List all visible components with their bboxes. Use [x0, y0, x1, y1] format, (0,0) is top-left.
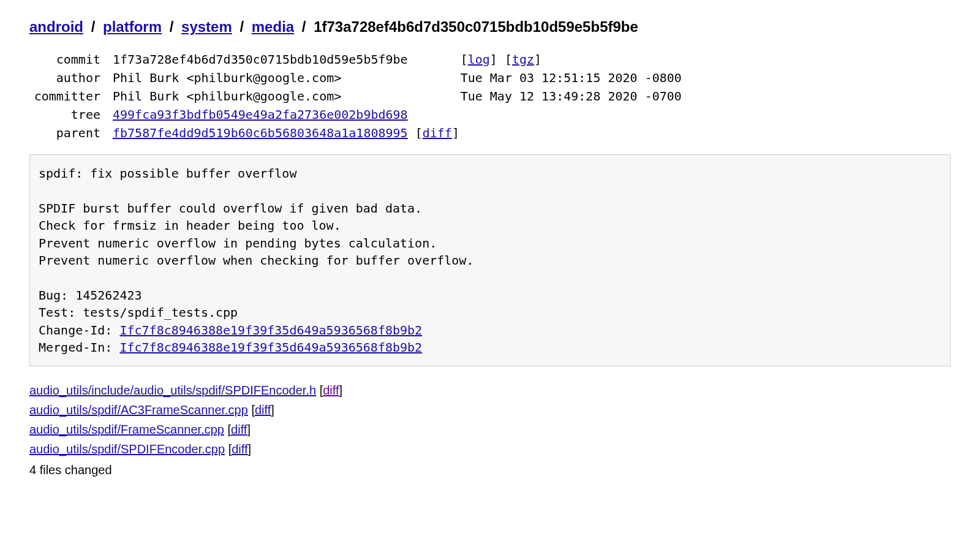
commit-title: spdif: fix possible buffer overflow	[39, 166, 296, 181]
mergedin-link[interactable]: Ifc7f8c8946388e19f39f35d649a5936568f8b9b…	[119, 340, 422, 355]
commit-bug: Bug: 145262423	[39, 288, 142, 303]
breadcrumb: android / platform / system / media / 1f…	[29, 18, 951, 36]
meta-author: Phil Burk <philburk@google.com>	[109, 69, 412, 87]
file-diff-link[interactable]: diff	[323, 383, 339, 397]
breadcrumb-media[interactable]: media	[252, 18, 294, 35]
meta-row-parent: parent fb7587fe4dd9d519b60c6b56803648a1a…	[29, 124, 685, 142]
meta-commit-hash: 1f73a728ef4b6d7d350c0715bdb10d59e5b5f9be	[109, 50, 412, 69]
breadcrumb-platform[interactable]: platform	[103, 18, 162, 35]
commit-mergedin-label: Merged-In:	[39, 340, 119, 355]
file-path-link[interactable]: audio_utils/spdif/SPDIFEncoder.cpp	[29, 442, 225, 456]
breadcrumb-sep: /	[170, 18, 174, 35]
meta-committer-date: Tue May 12 13:49:28 2020 -0700	[412, 87, 685, 105]
meta-label-committer: committer	[29, 87, 109, 105]
breadcrumb-system[interactable]: system	[181, 18, 232, 35]
meta-label-parent: parent	[29, 124, 109, 142]
file-path-link[interactable]: audio_utils/spdif/AC3FrameScanner.cpp	[29, 403, 248, 417]
file-row: audio_utils/spdif/FrameScanner.cpp [diff…	[29, 420, 951, 439]
breadcrumb-hash: 1f73a728ef4b6d7d350c0715bdb10d59e5b5f9be	[314, 18, 638, 35]
commit-message: spdif: fix possible buffer overflow SPDI…	[29, 154, 951, 366]
meta-committer: Phil Burk <philburk@google.com>	[109, 87, 412, 105]
file-row: audio_utils/include/audio_utils/spdif/SP…	[29, 381, 951, 399]
changeid-link[interactable]: Ifc7f8c8946388e19f39f35d649a5936568f8b9b…	[119, 323, 422, 338]
meta-row-author: author Phil Burk <philburk@google.com> T…	[29, 69, 685, 87]
breadcrumb-sep: /	[302, 18, 306, 35]
file-list: audio_utils/include/audio_utils/spdif/SP…	[29, 381, 951, 458]
file-path-link[interactable]: audio_utils/spdif/FrameScanner.cpp	[29, 423, 224, 436]
parent-link[interactable]: fb7587fe4dd9d519b60c6b56803648a1a1808995	[113, 126, 408, 140]
tgz-link[interactable]: tgz	[512, 52, 534, 67]
commit-changeid-label: Change-Id:	[39, 323, 119, 338]
commit-metadata: commit 1f73a728ef4b6d7d350c0715bdb10d59e…	[29, 50, 685, 142]
breadcrumb-sep: /	[91, 18, 96, 35]
breadcrumb-android[interactable]: android	[29, 18, 83, 35]
file-diff-link[interactable]: diff	[255, 403, 271, 417]
log-link[interactable]: log	[468, 52, 490, 67]
file-path-link[interactable]: audio_utils/include/audio_utils/spdif/SP…	[29, 383, 316, 397]
file-row: audio_utils/spdif/AC3FrameScanner.cpp [d…	[29, 401, 951, 419]
meta-author-date: Tue Mar 03 12:51:15 2020 -0800	[412, 69, 685, 87]
files-changed-summary: 4 files changed	[29, 463, 951, 477]
meta-label-commit: commit	[29, 50, 109, 69]
commit-body-line: Prevent numeric overflow in pending byte…	[39, 236, 437, 251]
file-diff-link[interactable]: diff	[231, 423, 247, 436]
commit-body-line: Prevent numeric overflow when checking f…	[39, 253, 473, 268]
meta-label-author: author	[29, 69, 109, 87]
meta-commit-actions: [log] [tgz]	[412, 50, 685, 69]
meta-row-tree: tree 499fca93f3bdfb0549e49a2fa2736e002b9…	[29, 105, 685, 124]
file-row: audio_utils/spdif/SPDIFEncoder.cpp [diff…	[29, 440, 951, 458]
tree-link[interactable]: 499fca93f3bdfb0549e49a2fa2736e002b9bd698	[113, 107, 408, 122]
commit-test: Test: tests/spdif_tests.cpp	[39, 305, 238, 320]
file-diff-link[interactable]: diff	[232, 442, 247, 456]
meta-row-commit: commit 1f73a728ef4b6d7d350c0715bdb10d59e…	[29, 50, 685, 69]
commit-body-line: SPDIF burst buffer could overflow if giv…	[39, 201, 422, 216]
meta-label-tree: tree	[29, 105, 109, 124]
breadcrumb-sep: /	[239, 18, 244, 35]
parent-diff-link[interactable]: diff	[423, 126, 452, 140]
meta-row-committer: committer Phil Burk <philburk@google.com…	[29, 87, 685, 105]
commit-body-line: Check for frmsiz in header being too low…	[39, 218, 341, 233]
